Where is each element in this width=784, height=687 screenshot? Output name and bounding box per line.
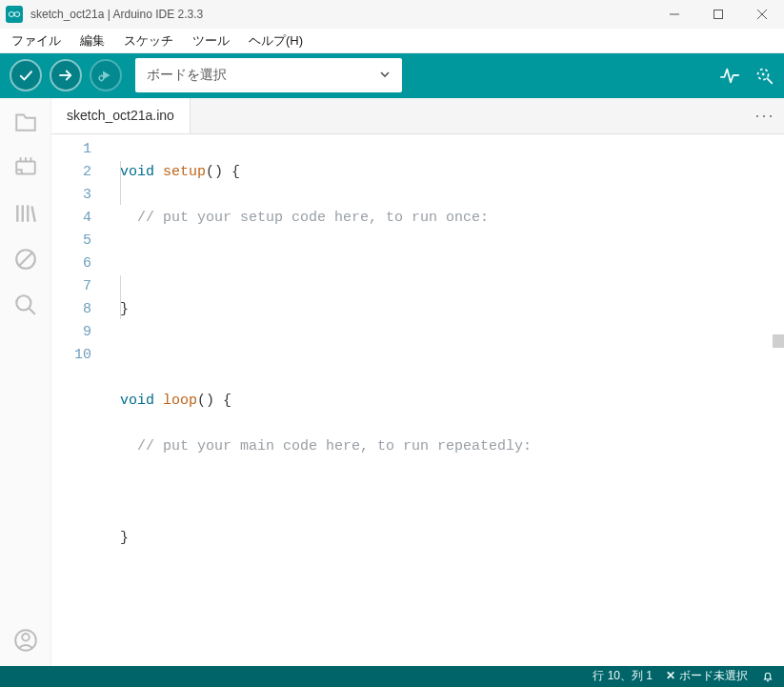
menu-sketch[interactable]: スケッチ bbox=[114, 30, 183, 52]
minimize-button[interactable] bbox=[653, 0, 696, 29]
code-editor[interactable]: 1 2 3 4 5 6 7 8 9 10 void setup() { // p… bbox=[51, 134, 784, 666]
scrollbar-marker bbox=[773, 334, 784, 348]
svg-point-28 bbox=[22, 634, 30, 641]
maximize-button[interactable] bbox=[696, 0, 740, 29]
activity-bar bbox=[0, 98, 51, 666]
tab-active[interactable]: sketch_oct21a.ino bbox=[51, 98, 191, 133]
serial-monitor-button[interactable] bbox=[754, 65, 774, 86]
notifications-icon[interactable] bbox=[761, 670, 774, 683]
chevron-down-icon bbox=[379, 68, 391, 83]
svg-rect-3 bbox=[714, 10, 723, 19]
svg-point-13 bbox=[762, 73, 765, 76]
status-cursor-position[interactable]: 行 10、列 1 bbox=[593, 668, 653, 684]
titlebar: sketch_oct21a | Arduino IDE 2.3.3 bbox=[0, 0, 784, 29]
close-button[interactable] bbox=[740, 0, 784, 29]
menu-edit[interactable]: 編集 bbox=[70, 30, 114, 52]
account-icon[interactable] bbox=[11, 626, 40, 655]
svg-point-25 bbox=[16, 295, 30, 310]
boards-manager-icon[interactable] bbox=[11, 153, 40, 182]
svg-rect-15 bbox=[16, 161, 35, 173]
menu-help[interactable]: ヘルプ(H) bbox=[239, 30, 312, 52]
code-content[interactable]: void setup() { // put your setup code he… bbox=[105, 134, 784, 666]
menu-tools[interactable]: ツール bbox=[183, 30, 239, 52]
status-board[interactable]: ✕ボード未選択 bbox=[666, 668, 748, 684]
upload-button[interactable] bbox=[50, 59, 82, 91]
close-x-icon: ✕ bbox=[666, 669, 675, 682]
serial-plotter-button[interactable] bbox=[719, 65, 740, 86]
svg-line-26 bbox=[29, 308, 35, 314]
debug-panel-icon[interactable] bbox=[11, 245, 40, 273]
arduino-app-icon bbox=[6, 6, 23, 23]
menubar: ファイル 編集 スケッチ ツール ヘルプ(H) bbox=[0, 29, 784, 53]
svg-line-24 bbox=[19, 253, 31, 265]
board-selector-label: ボードを選択 bbox=[147, 67, 227, 84]
statusbar: 行 10、列 1 ✕ボード未選択 bbox=[0, 666, 784, 687]
svg-point-0 bbox=[9, 12, 14, 17]
board-selector[interactable]: ボードを選択 bbox=[135, 58, 402, 92]
window-title: sketch_oct21a | Arduino IDE 2.3.3 bbox=[30, 8, 203, 21]
tabs-overflow-button[interactable]: ··· bbox=[746, 98, 784, 133]
tab-label: sketch_oct21a.ino bbox=[67, 108, 174, 123]
debug-button[interactable] bbox=[90, 59, 122, 91]
verify-button[interactable] bbox=[10, 59, 42, 91]
svg-line-14 bbox=[767, 79, 772, 84]
line-gutter: 1 2 3 4 5 6 7 8 9 10 bbox=[51, 134, 105, 666]
svg-line-22 bbox=[31, 206, 34, 221]
editor-tabs: sketch_oct21a.ino ··· bbox=[51, 98, 784, 134]
toolbar: ボードを選択 bbox=[0, 53, 784, 97]
svg-point-1 bbox=[14, 12, 20, 17]
menu-file[interactable]: ファイル bbox=[2, 30, 70, 52]
library-manager-icon[interactable] bbox=[11, 199, 40, 228]
search-icon[interactable] bbox=[11, 291, 40, 319]
window-controls bbox=[653, 0, 784, 29]
sketchbook-icon[interactable] bbox=[11, 108, 40, 136]
